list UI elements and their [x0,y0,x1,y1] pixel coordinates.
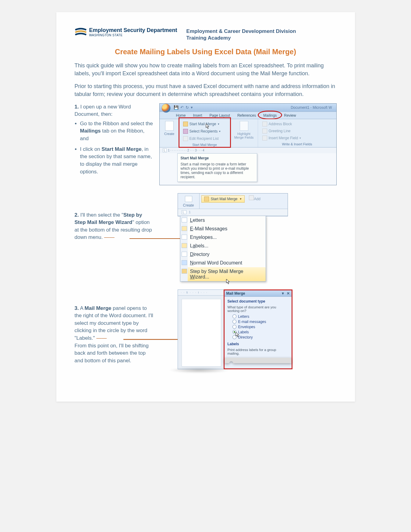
dept-subtitle: WASHINGTON STATE [89,34,177,37]
create-group-small: Create [178,193,200,209]
step-3-text: 3. A Mail Merge panel opens to the right… [75,289,154,369]
address-icon [249,195,254,200]
document-type-radio-group: Letters E-mail messages Envelopes Labels… [232,314,289,339]
cursor-icon [206,123,210,129]
address-block-small[interactable]: Add [249,195,260,201]
directory-icon [182,252,187,257]
step-2-text: 2. I'll then select the "Step by Step Ma… [75,193,154,282]
tab-references[interactable]: References [234,112,260,119]
word-window: 💾 ↶ ↻ ▾ Document1 - Microsoft W Home Ins… [159,103,337,185]
start-mail-merge-tooltip: Start Mail Merge Start a mail merge to c… [177,153,257,182]
pane-title-bar: Mail Merge ▼ ✕ [225,290,292,297]
envelope-icon[interactable] [165,121,174,131]
letter-icon [182,218,187,222]
ribbon: Create Start Mail Merge ▾ Select Recipie… [160,119,336,147]
screenshot-3: · · 5 · · · I · · · Mail Merge ▼ ✕ Selec… [159,289,337,369]
step-1-row: 1. I open up a new Word Document, then: … [75,103,337,185]
mail-merge-task-pane: Mail Merge ▼ ✕ Select document type What… [224,289,292,369]
highlight-icon[interactable] [240,121,248,131]
window-title: Document1 - Microsoft W [291,105,334,110]
save-icon[interactable]: 💾 [174,105,179,110]
cursor-icon [236,332,240,337]
envelope-icon[interactable] [185,196,192,202]
document-page: Employment Security Department WASHINGTO… [56,12,355,402]
step-1-bullet-1: Go to the Ribbon and select the Mailings… [80,120,154,143]
radio-icon [232,314,236,318]
email-icon [182,226,187,231]
intro-paragraph-1: This quick guide will show you how to cr… [75,62,337,77]
radio-letters[interactable]: Letters [232,314,289,319]
chevron-down-icon: ▼ [239,197,242,200]
document-title: Create Mailing Labels Using Excel Data (… [75,48,337,56]
red-callout-box [179,117,231,148]
esd-logo-icon [75,27,87,37]
radio-directory[interactable]: Directory [232,335,289,339]
division-title: Employment & Career Development Division… [186,28,296,41]
torn-edge-decoration [225,358,292,363]
quick-access-toolbar[interactable]: 💾 ↶ ↻ ▾ [174,105,193,110]
ruler-small: L1 [178,209,288,216]
qat-more-icon[interactable]: ▾ [191,105,193,110]
screenshot-1: 💾 ↶ ↻ ▾ Document1 - Microsoft W Home Ins… [159,103,337,185]
header: Employment Security Department WASHINGTO… [75,27,337,41]
dropdown-item-labels[interactable]: Labels... [180,242,266,250]
tab-mailings[interactable]: Mailings [260,112,280,119]
address-block-button[interactable]: Address Block [261,121,333,127]
insert-merge-field-button[interactable]: Insert Merge Field ▾ [261,135,333,141]
ruler-mini: · · 5 · · · I · · · [178,290,224,296]
radio-labels[interactable]: Labels [232,330,289,334]
greeting-icon [262,129,267,133]
cursor-icon [226,279,230,284]
pane-section-header: Select document type [228,299,289,303]
start-mail-merge-dropdown: Letters E-Mail Messages Envelopes... Lab… [180,216,266,282]
radio-envelopes[interactable]: Envelopes [232,325,289,329]
ribbon-group-highlight: Highlight Merge Fields [230,119,258,147]
step-2-row: 2. I'll then select the "Step by Step Ma… [75,193,337,282]
pane-labels-description: Print address labels for a group mailing… [228,348,289,355]
screenshot-2: Create Start Mail Merge ▼ Add [159,193,337,282]
dropdown-item-wizard[interactable]: Step by Step Mail Merge Wizard... [180,267,266,281]
intro-paragraph-2: Prior to starting this process, you must… [75,82,337,98]
ribbon-group-start-mail-merge: Start Mail Merge ▾ Select Recipients ▾ E… [179,119,230,147]
dropdown-item-directory[interactable]: Directory [180,250,266,259]
word-doc-icon [182,260,187,265]
radio-icon [232,325,236,329]
tab-selector-icon[interactable]: L [163,148,167,152]
start-mail-merge-dropdown-button[interactable]: Start Mail Merge ▼ [201,195,245,203]
radio-icon [232,320,236,324]
wizard-icon [182,269,187,274]
document-page-preview [182,299,221,367]
dropdown-item-letters[interactable]: Letters [180,216,266,225]
close-icon[interactable]: ✕ [287,291,290,296]
pane-menu-icon[interactable]: ▼ [281,291,285,296]
step-1-bullet-2: I click on Start Mail Merge, in the sect… [80,146,154,176]
word-dropdown-window: Create Start Mail Merge ▼ Add [178,193,288,216]
dropdown-item-envelopes[interactable]: Envelopes... [180,233,266,242]
pane-question: What type of document are you working on… [228,305,289,313]
document-icon [204,197,209,201]
undo-icon[interactable]: ↶ [180,105,184,110]
ribbon-group-create: Create [160,119,179,147]
envelope-icon [182,235,187,239]
logo-block: Employment Security Department WASHINGTO… [75,27,177,37]
ruler: L 1 · · · · · · · · · · 2 · · · 3 · · · … [160,147,336,154]
dropdown-item-email[interactable]: E-Mail Messages [180,225,266,233]
label-icon [182,243,187,248]
dropdown-item-normal-doc[interactable]: Normal Word Document [180,259,266,267]
ribbon-group-write-insert: Address Block Greeting Line Insert Merge… [258,119,336,147]
redo-icon[interactable]: ↻ [186,105,189,110]
greeting-line-button[interactable]: Greeting Line [261,128,333,134]
office-button-icon[interactable] [161,104,171,113]
merge-field-icon [262,136,267,140]
dept-name: Employment Security Department [89,27,177,34]
pane-labels-header: Labels [228,342,289,346]
address-icon [262,122,267,126]
step-1-text: 1. I open up a new Word Document, then: … [75,103,154,185]
shadow-decoration [169,367,230,373]
word-document-area: · · 5 · · · I · · · [178,289,224,369]
radio-email[interactable]: E-mail messages [232,320,289,324]
tab-review[interactable]: Review [280,112,299,119]
tab-selector-icon[interactable]: L [182,210,187,214]
step-3-row: 3. A Mail Merge panel opens to the right… [75,289,337,369]
word-titlebar: 💾 ↶ ↻ ▾ Document1 - Microsoft W [160,104,336,112]
